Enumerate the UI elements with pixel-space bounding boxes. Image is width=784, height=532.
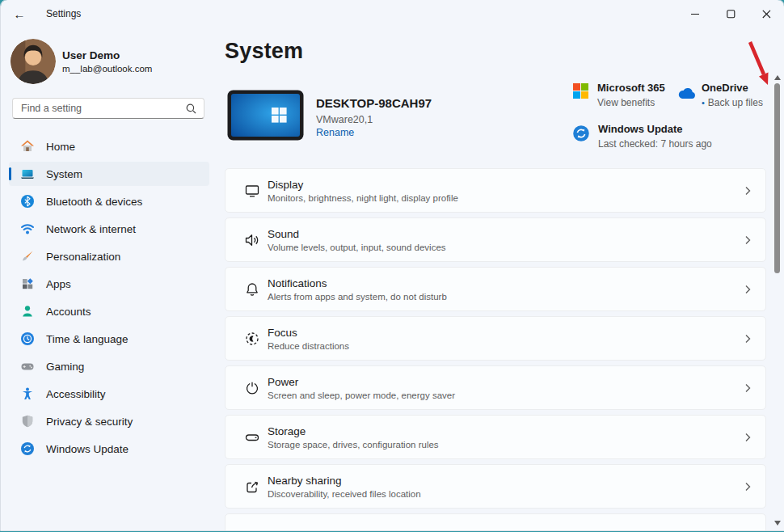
minimize-button[interactable] <box>677 0 713 27</box>
close-icon <box>762 10 771 19</box>
row-title: Multitasking <box>268 529 325 531</box>
row-power[interactable]: Power Screen and sleep, power mode, ener… <box>225 365 766 410</box>
monitor-thumbnail <box>227 90 304 141</box>
sidebar-item-label: Gaming <box>46 361 84 373</box>
user-avatar <box>11 39 56 84</box>
sidebar-item-label: Accessibility <box>46 388 106 400</box>
row-subtitle: Alerts from apps and system, do not dist… <box>268 292 447 302</box>
onedrive-card[interactable]: OneDrive •Back up files <box>677 82 763 108</box>
sidebar-item-label: Privacy & security <box>46 416 133 428</box>
chevron-right-icon <box>743 186 752 196</box>
chevron-right-icon <box>743 235 752 245</box>
focus-icon <box>244 331 260 347</box>
sidebar-item-network-internet[interactable]: Network & internet <box>9 217 209 241</box>
window-controls <box>677 0 784 27</box>
privacy-icon <box>20 414 35 429</box>
sidebar-item-label: Network & internet <box>46 223 136 235</box>
row-subtitle: Storage space, drives, configuration rul… <box>268 440 439 450</box>
notifications-icon <box>244 281 260 298</box>
sidebar-item-label: Personalization <box>46 251 120 263</box>
maximize-button[interactable] <box>713 0 748 27</box>
sidebar-item-time-language[interactable]: Time & language <box>9 327 209 351</box>
accounts-icon <box>20 304 35 319</box>
windows-update-card[interactable]: Windows Update Last checked: 7 hours ago <box>572 123 712 150</box>
sidebar-item-accounts[interactable]: Accounts <box>9 299 209 323</box>
row-storage[interactable]: Storage Storage space, drives, configura… <box>225 415 766 459</box>
sidebar-item-label: Home <box>46 141 75 153</box>
row-title: Display <box>268 179 458 191</box>
profile-email: m__lab@outlook.com <box>62 64 152 74</box>
sound-icon <box>244 232 260 248</box>
device-name: DESKTOP-98CAH97 <box>316 96 432 110</box>
windows-update-icon <box>572 125 590 142</box>
rename-link[interactable]: Rename <box>316 127 354 138</box>
back-button[interactable]: ← <box>7 4 32 23</box>
row-subtitle: Volume levels, output, input, sound devi… <box>268 243 446 252</box>
sidebar-item-label: Windows Update <box>46 443 129 455</box>
onedrive-icon <box>677 86 696 99</box>
apps-icon <box>20 277 35 291</box>
sidebar-item-gaming[interactable]: Gaming <box>9 354 209 378</box>
accessibility-icon <box>20 386 35 401</box>
close-button[interactable] <box>748 0 784 27</box>
search-box <box>12 98 204 119</box>
row-notifications[interactable]: Notifications Alerts from apps and syste… <box>225 267 766 311</box>
maximize-icon <box>727 10 736 19</box>
back-arrow-icon: ← <box>14 7 26 21</box>
sidebar-item-label: Time & language <box>46 333 129 345</box>
multitasking-icon <box>244 528 260 531</box>
row-title: Storage <box>268 425 439 437</box>
sidebar-item-apps[interactable]: Apps <box>9 272 209 296</box>
storage-icon <box>244 429 260 445</box>
minimize-icon <box>691 10 700 19</box>
row-title: Notifications <box>268 277 447 289</box>
row-sound[interactable]: Sound Volume levels, output, input, soun… <box>225 217 766 262</box>
chevron-right-icon <box>743 334 752 344</box>
row-subtitle: Monitors, brightness, night light, displ… <box>268 193 458 203</box>
row-title: Focus <box>268 327 349 339</box>
chevron-right-icon <box>743 383 752 393</box>
row-display[interactable]: Display Monitors, brightness, night ligh… <box>225 168 766 213</box>
search-icon[interactable] <box>186 103 196 114</box>
profile-name: User Demo <box>62 49 152 61</box>
sidebar-item-label: Accounts <box>46 306 91 318</box>
sidebar-item-accessibility[interactable]: Accessibility <box>9 382 209 406</box>
chevron-right-icon <box>743 482 752 492</box>
titlebar: ← Settings <box>1 0 784 27</box>
sidebar-item-label: Apps <box>46 278 71 290</box>
profile-text: User Demo m__lab@outlook.com <box>62 49 152 74</box>
row-multitasking[interactable]: Multitasking <box>225 513 766 530</box>
device-thumbnail <box>227 90 304 144</box>
card-title: Microsoft 365 <box>597 82 665 94</box>
avatar <box>11 39 56 84</box>
nearby-sharing-icon <box>244 479 260 495</box>
settings-window: ← Settings <box>1 0 784 530</box>
sidebar-item-home[interactable]: Home <box>9 134 209 158</box>
row-title: Power <box>268 376 455 388</box>
sidebar-item-system[interactable]: System <box>9 162 209 186</box>
display-icon <box>244 183 260 199</box>
card-subtitle: •Back up files <box>702 97 763 108</box>
microsoft-365-card[interactable]: Microsoft 365 View benefits <box>573 82 665 108</box>
scrollbar-thumb[interactable] <box>774 83 780 273</box>
card-title: Windows Update <box>598 123 712 135</box>
chevron-right-icon <box>743 285 752 294</box>
user-profile[interactable]: User Demo m__lab@outlook.com <box>11 39 152 84</box>
row-focus[interactable]: Focus Reduce distractions <box>225 316 766 361</box>
sidebar-item-windows-update[interactable]: Windows Update <box>9 437 209 461</box>
sidebar-item-label: System <box>46 168 82 180</box>
search-input[interactable] <box>13 103 186 114</box>
scrollbar-up-arrow[interactable] <box>772 73 782 82</box>
row-subtitle: Discoverability, received files location <box>268 489 421 499</box>
scrollbar-down-arrow[interactable] <box>772 518 782 528</box>
triangle-down-icon <box>774 521 781 526</box>
gaming-icon <box>20 359 35 374</box>
card-subtitle: Last checked: 7 hours ago <box>598 138 712 150</box>
status-bullet: • <box>702 98 705 108</box>
windows-update-icon <box>20 441 35 456</box>
sidebar-item-personalization[interactable]: Personalization <box>9 244 209 268</box>
app-title: Settings <box>46 8 81 19</box>
sidebar-item-bluetooth-devices[interactable]: Bluetooth & devices <box>9 189 209 213</box>
row-nearby-sharing[interactable]: Nearby sharing Discoverability, received… <box>225 464 766 509</box>
sidebar-item-privacy-security[interactable]: Privacy & security <box>9 409 209 433</box>
